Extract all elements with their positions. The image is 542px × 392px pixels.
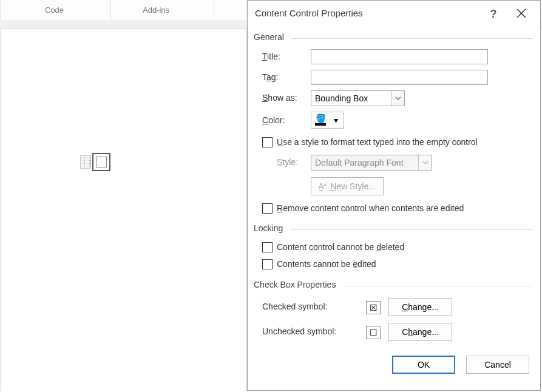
ribbon-group-addins: Add-ins <box>143 5 169 15</box>
cannot-delete-checkbox[interactable] <box>262 242 273 252</box>
close-button[interactable] <box>512 4 530 22</box>
ribbon-group-code: Code <box>45 5 64 15</box>
remove-control-label: Remove content control when contents are… <box>277 203 464 213</box>
close-icon <box>517 8 526 18</box>
style-icon: A̲ᴬ <box>319 182 327 191</box>
new-style-button: A̲ᴬ New Style... <box>311 177 384 195</box>
cannot-edit-checkbox[interactable] <box>262 259 273 269</box>
dialog-title: Content Control Properties <box>255 8 363 18</box>
checked-symbol-label: Checked symbol: <box>262 302 327 311</box>
section-locking: Locking <box>254 223 283 233</box>
ok-button[interactable]: OK <box>392 356 455 374</box>
chevron-down-icon <box>391 91 404 106</box>
section-general: General <box>254 32 284 42</box>
help-button[interactable]: ? <box>484 5 503 22</box>
title-label: Title: <box>262 52 280 61</box>
use-style-checkbox[interactable] <box>262 137 273 147</box>
color-label: Color: <box>262 115 285 125</box>
section-checkbox-props: Check Box Properties <box>254 280 336 289</box>
tag-label: Tag: <box>262 72 278 82</box>
paint-bucket-icon: 🪣 <box>316 115 326 122</box>
tag-input[interactable] <box>311 70 488 85</box>
cannot-edit-label: Contents cannot be edited <box>277 259 376 269</box>
use-style-label: Use a style to format text typed into th… <box>277 137 478 147</box>
checked-symbol-preview: ☒ <box>366 301 381 314</box>
content-control-dialog: Content Control Properties ? General Tit… <box>247 0 541 391</box>
show-as-dropdown[interactable]: Bounding Box <box>311 90 405 106</box>
chevron-down-icon <box>418 155 432 170</box>
unchecked-symbol-label: Unchecked symbol: <box>262 326 336 336</box>
document-canvas: ⋮⋮⋮⋮⋮⋮ <box>0 29 247 391</box>
style-label: Style: <box>277 157 298 167</box>
show-as-label: Show as: <box>262 93 297 103</box>
style-dropdown: Default Paragraph Font <box>311 155 432 171</box>
content-control-placeholder[interactable]: ⋮⋮⋮⋮⋮⋮ <box>80 153 112 174</box>
cannot-delete-label: Content control cannot be deleted <box>277 242 404 252</box>
change-unchecked-button[interactable]: Change... <box>388 323 452 341</box>
caret-down-icon: ▾ <box>330 115 342 125</box>
color-picker[interactable]: 🪣 ▾ <box>311 112 344 129</box>
change-checked-button[interactable]: Change... <box>388 298 452 316</box>
unchecked-symbol-preview: ☐ <box>366 326 381 339</box>
remove-control-checkbox[interactable] <box>262 203 273 214</box>
title-input[interactable] <box>311 49 488 64</box>
cancel-button[interactable]: Cancel <box>466 356 529 374</box>
